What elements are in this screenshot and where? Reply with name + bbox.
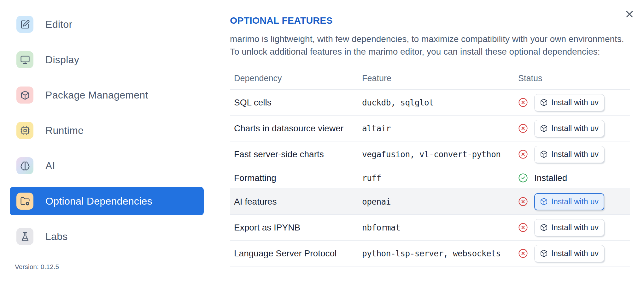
install-button-label: Install with uv <box>551 98 599 107</box>
circle-x-icon <box>518 123 528 133</box>
status-cell: Install with uv <box>518 193 630 210</box>
feature-packages: vegafusion, vl-convert-python <box>362 150 518 159</box>
install-with-uv-button[interactable]: Install with uv <box>534 94 604 111</box>
version-label: Version: 0.12.5 <box>15 263 59 271</box>
sidebar-item-display[interactable]: Display <box>10 45 204 74</box>
package-box-icon <box>16 87 33 104</box>
dependency-name: Export as IPYNB <box>230 223 362 233</box>
folder-cog-icon <box>16 193 33 210</box>
feature-packages: altair <box>362 124 518 133</box>
install-button-label: Install with uv <box>551 124 599 133</box>
dependencies-table: Dependency Feature Status SQL cells duck… <box>230 68 630 266</box>
feature-packages: nbformat <box>362 223 518 232</box>
sidebar-item-label: Display <box>45 54 79 66</box>
circle-x-icon <box>518 98 528 107</box>
flask-icon <box>16 228 33 245</box>
install-button-label: Install with uv <box>551 150 599 159</box>
install-button-label: Install with uv <box>551 223 599 232</box>
sidebar-item-label: Editor <box>45 19 72 30</box>
status-cell: Install with uv <box>518 120 630 137</box>
dependency-name: Charts in datasource viewer <box>230 123 362 134</box>
page-title: OPTIONAL FEATURES <box>230 15 333 26</box>
description-line: marimo is lightweight, with few dependen… <box>230 33 637 45</box>
status-cell: Install with uv <box>518 245 630 262</box>
package-box-icon <box>540 150 548 158</box>
description: marimo is lightweight, with few dependen… <box>230 33 637 58</box>
close-icon <box>624 9 635 20</box>
table-row: AI features openai Install with uv <box>230 189 630 215</box>
install-with-uv-button[interactable]: Install with uv <box>534 245 604 262</box>
dependency-name: Formatting <box>230 173 362 183</box>
sidebar-item-optional-dependencies[interactable]: Optional Dependencies <box>10 187 204 215</box>
circle-x-icon <box>518 149 528 159</box>
close-button[interactable] <box>623 8 636 21</box>
sidebar-item-label: Labs <box>45 231 68 242</box>
header-feature: Feature <box>362 74 518 83</box>
sidebar-item-label: AI <box>45 160 55 172</box>
dependency-name: Fast server-side charts <box>230 149 362 159</box>
optional-features-panel: OPTIONAL FEATURES marimo is lightweight,… <box>214 0 644 281</box>
header-dependency: Dependency <box>230 74 362 83</box>
package-box-icon <box>540 198 548 206</box>
install-with-uv-button[interactable]: Install with uv <box>534 146 604 163</box>
dependency-name: AI features <box>230 197 362 207</box>
status-cell: Install with uv <box>518 146 630 163</box>
settings-sidebar: Editor Display Package Management Runtim… <box>0 0 214 281</box>
table-row: SQL cells duckdb, sqlglot Install with u… <box>230 90 630 116</box>
table-header: Dependency Feature Status <box>230 68 630 90</box>
feature-packages: duckdb, sqlglot <box>362 98 518 107</box>
table-row: Language Server Protocol python-lsp-serv… <box>230 241 630 266</box>
sidebar-item-package-management[interactable]: Package Management <box>10 81 204 109</box>
circle-x-icon <box>518 197 528 206</box>
package-box-icon <box>540 249 548 257</box>
sidebar-item-runtime[interactable]: Runtime <box>10 116 204 145</box>
installed-status-label: Installed <box>534 173 567 183</box>
package-box-icon <box>540 124 548 132</box>
install-button-label: Install with uv <box>551 249 599 258</box>
sidebar-item-labs[interactable]: Labs <box>10 222 204 251</box>
feature-packages: openai <box>362 197 518 206</box>
package-box-icon <box>540 99 548 106</box>
header-status: Status <box>518 74 630 83</box>
sidebar-item-label: Runtime <box>45 125 84 136</box>
status-cell: Install with uv <box>518 219 630 236</box>
status-cell: Install with uv <box>518 94 630 111</box>
table-row: Charts in datasource viewer altair Insta… <box>230 116 630 141</box>
table-row: Export as IPYNB nbformat Install with uv <box>230 215 630 241</box>
dependency-name: SQL cells <box>230 98 362 108</box>
square-pen-icon <box>16 16 33 33</box>
description-line: To unlock additional features in the mar… <box>230 45 637 58</box>
circle-x-icon <box>518 248 528 258</box>
sidebar-item-editor[interactable]: Editor <box>10 10 204 39</box>
sidebar-item-label: Package Management <box>45 89 148 101</box>
install-with-uv-button[interactable]: Install with uv <box>534 120 604 137</box>
sidebar-item-label: Optional Dependencies <box>45 195 152 207</box>
monitor-icon <box>16 51 33 68</box>
circle-x-icon <box>518 223 528 232</box>
package-box-icon <box>540 224 548 231</box>
brain-icon <box>16 157 33 174</box>
settings-dialog: Editor Display Package Management Runtim… <box>0 0 644 281</box>
cpu-icon <box>16 122 33 139</box>
install-with-uv-button[interactable]: Install with uv <box>534 219 604 236</box>
table-row: Fast server-side charts vegafusion, vl-c… <box>230 141 630 167</box>
status-cell: Installed <box>518 173 630 183</box>
sidebar-item-ai[interactable]: AI <box>10 152 204 180</box>
sidebar-nav: Editor Display Package Management Runtim… <box>0 10 214 251</box>
circle-check-icon <box>518 173 528 183</box>
dependency-name: Language Server Protocol <box>230 248 362 259</box>
install-with-uv-button[interactable]: Install with uv <box>534 193 604 210</box>
install-button-label: Install with uv <box>551 197 599 206</box>
feature-packages: ruff <box>362 173 518 183</box>
feature-packages: python-lsp-server, websockets <box>362 249 518 258</box>
table-row: Formatting ruff Installed <box>230 167 630 189</box>
